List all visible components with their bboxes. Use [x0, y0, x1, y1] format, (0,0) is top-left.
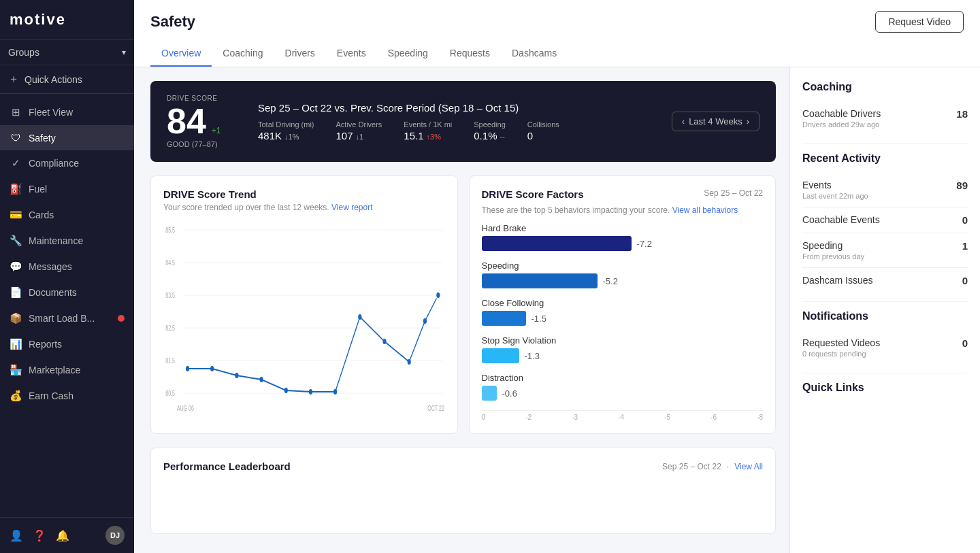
svg-text:83.5: 83.5 [165, 291, 175, 299]
svg-text:80.5: 80.5 [165, 389, 175, 397]
stat-label: Speeding [474, 120, 506, 129]
view-report-link[interactable]: View report [331, 203, 372, 212]
quick-actions-button[interactable]: ＋ Quick Actions [0, 65, 134, 94]
header: Safety Request Video OverviewCoachingDri… [134, 0, 980, 67]
header-top: Safety Request Video [150, 11, 964, 33]
tab-dashcams[interactable]: Dashcams [501, 41, 568, 67]
score-factors-x-axis: 0 -2 -3 -4 -5 -6 -8 [482, 410, 764, 421]
leaderboard-card: Performance Leaderboard Sep 25 – Oct 22 … [150, 448, 776, 534]
earn-cash-icon: 💰 [10, 390, 22, 402]
recent-item-sub: From previous day [802, 252, 864, 261]
recent-item-info: Coachable Events [802, 214, 880, 225]
sidebar-item-label: Reports [29, 339, 62, 350]
trend-chart-svg: 85.5 84.5 83.5 82.5 81.5 80.5 [163, 220, 445, 418]
trend-chart-title: DRIVE Score Trend [163, 188, 373, 200]
sidebar-item-documents[interactable]: 📄 Documents [0, 280, 134, 305]
tab-requests[interactable]: Requests [439, 41, 501, 67]
score-factor-value: -1.3 [525, 351, 540, 361]
plus-icon: ＋ [8, 72, 19, 86]
recent-item-info: Speeding From previous day [802, 240, 864, 261]
charts-row: DRIVE Score Trend Your score trended up … [150, 175, 776, 434]
score-factor-item: Distraction -0.6 [482, 373, 764, 401]
sidebar-item-earn-cash[interactable]: 💰 Earn Cash [0, 383, 134, 409]
avatar[interactable]: DJ [105, 526, 125, 545]
coaching-item-count: 18 [956, 108, 968, 120]
notification-item-count: 0 [962, 337, 968, 349]
sidebar-item-fleet-view[interactable]: ⊞ Fleet View [0, 99, 134, 125]
score-factors-sub-text: These are the top 5 behaviors impacting … [482, 205, 670, 215]
documents-icon: 📄 [10, 286, 22, 299]
score-factors-bars: Hard Brake -7.2 Speeding -5.2 Close Foll… [482, 223, 764, 401]
sidebar-bottom: 👤 ❓ 🔔 DJ [0, 517, 134, 553]
sidebar-item-maintenance[interactable]: 🔧 Maintenance [0, 228, 134, 254]
tab-speeding[interactable]: Speeding [377, 41, 439, 67]
score-factor-value: -1.5 [532, 314, 546, 324]
sidebar-item-reports[interactable]: 📊 Reports [0, 331, 134, 357]
banner-stat: Events / 1K mi 15.1 ↑3% [404, 120, 452, 141]
drive-score-change: +1 [212, 126, 221, 135]
nav-tabs: OverviewCoachingDriversEventsSpeedingReq… [150, 41, 964, 67]
leaderboard-dot: · [727, 462, 729, 471]
stat-change: ↑3% [427, 133, 441, 141]
sidebar-item-label: Fleet View [29, 107, 73, 118]
sidebar-item-marketplace[interactable]: 🏪 Marketplace [0, 357, 134, 383]
coaching-item: Coachable Drivers Drivers added 29w ago … [802, 101, 968, 135]
score-factor-label: Close Following [482, 298, 764, 308]
svg-point-14 [235, 373, 238, 378]
chevron-left-icon: ‹ [682, 116, 685, 127]
score-factor-bar-row: -5.2 [482, 273, 764, 288]
leaderboard-view-all-link[interactable]: View All [734, 462, 763, 471]
coaching-items: Coachable Drivers Drivers added 29w ago … [802, 101, 968, 135]
trend-chart-area: 85.5 84.5 83.5 82.5 81.5 80.5 [163, 220, 445, 418]
sidebar-item-label: Compliance [29, 158, 79, 169]
tab-overview[interactable]: Overview [150, 41, 212, 67]
tab-drivers[interactable]: Drivers [274, 41, 326, 67]
help-icon[interactable]: ❓ [33, 529, 46, 542]
score-factors-title: DRIVE Score Factors [482, 188, 584, 200]
svg-point-23 [436, 292, 440, 299]
recent-activity-item: Events Last event 22m ago 89 [802, 173, 968, 207]
sidebar-item-label: Documents [29, 287, 77, 298]
trend-chart-card: DRIVE Score Trend Your score trended up … [150, 175, 458, 434]
svg-point-13 [210, 366, 214, 371]
quick-links-title: Quick Links [802, 382, 968, 394]
svg-point-16 [284, 388, 288, 393]
groups-label: Groups [8, 47, 39, 58]
notification-items: Requested Videos 0 requests pending 0 [802, 331, 968, 365]
sidebar-bottom-icons: 👤 ❓ 🔔 [10, 529, 69, 542]
sidebar-item-smart-load[interactable]: 📦 Smart Load B... [0, 305, 134, 331]
recent-item-sub: Last event 22m ago [802, 192, 868, 200]
coaching-title: Coaching [802, 81, 968, 93]
chevron-down-icon: ▾ [122, 48, 126, 57]
score-factor-bar-row: -1.3 [482, 348, 764, 363]
stat-value: 0 [527, 130, 533, 141]
recent-activity-items: Events Last event 22m ago 89 Coachable E… [802, 173, 968, 293]
tab-coaching[interactable]: Coaching [212, 41, 274, 67]
score-factor-bar [482, 348, 519, 363]
sidebar-item-fuel[interactable]: ⛽ Fuel [0, 176, 134, 202]
request-video-button[interactable]: Request Video [875, 11, 964, 33]
view-all-behaviors-link[interactable]: View all behaviors [672, 205, 738, 215]
sidebar: motive Groups ▾ ＋ Quick Actions ⊞ Fleet … [0, 0, 134, 553]
sidebar-item-messages[interactable]: 💬 Messages [0, 254, 134, 280]
groups-selector[interactable]: Groups ▾ [0, 40, 134, 65]
banner-period: Sep 25 – Oct 22 vs. Prev. Score Period (… [258, 102, 655, 141]
sidebar-item-safety[interactable]: 🛡 Safety [0, 125, 134, 150]
coaching-item-sub: Drivers added 29w ago [802, 120, 881, 129]
stat-value: 107 [336, 130, 353, 141]
user-icon[interactable]: 👤 [10, 529, 23, 542]
sidebar-item-label: Maintenance [29, 235, 83, 246]
sidebar-item-compliance[interactable]: ✓ Compliance [0, 150, 134, 176]
tab-events[interactable]: Events [326, 41, 377, 67]
svg-text:82.5: 82.5 [165, 324, 175, 332]
leaderboard-title: Performance Leaderboard [163, 460, 291, 472]
cards-icon: 💳 [10, 209, 22, 221]
sidebar-item-label: Earn Cash [29, 390, 74, 401]
leaderboard-date: Sep 25 – Oct 22 [662, 462, 721, 471]
sidebar-item-cards[interactable]: 💳 Cards [0, 202, 134, 228]
svg-text:AUG 06: AUG 06 [177, 404, 194, 412]
stat-label: Total Driving (mi) [258, 120, 314, 129]
bell-icon[interactable]: 🔔 [56, 529, 69, 542]
motive-logo-text: motive [10, 11, 66, 29]
period-selector-button[interactable]: ‹ Last 4 Weeks › [672, 112, 760, 131]
